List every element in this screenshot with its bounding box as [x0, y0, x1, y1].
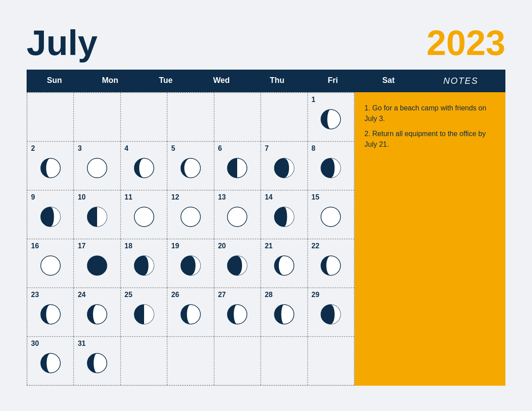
weekday-sun: Sun [27, 70, 82, 92]
moon-phase-icon [225, 203, 249, 231]
moon-phase-icon [132, 252, 156, 279]
day-number: 30 [31, 340, 39, 348]
moon-phase-icon [39, 349, 63, 377]
day-cell [27, 93, 74, 141]
day-cell: 27 [214, 288, 261, 337]
day-cell: 11 [121, 190, 167, 239]
day-number: 31 [78, 340, 86, 348]
day-cell [121, 93, 167, 141]
moon-phase-icon [319, 106, 343, 133]
day-cell: 4 [121, 141, 167, 190]
day-cell: 26 [167, 288, 214, 337]
weekday-fri: Fri [305, 70, 361, 92]
moon-phase-icon [85, 252, 109, 279]
svg-point-12 [227, 207, 247, 227]
day-number: 28 [265, 291, 273, 299]
moon-phase-icon [85, 203, 109, 231]
moon-phase-icon [179, 252, 203, 279]
day-cell: 10 [74, 190, 120, 239]
weekday-sat: Sat [360, 70, 416, 92]
weekday-mon: Mon [82, 70, 138, 92]
day-number: 10 [78, 193, 86, 201]
moon-phase-icon [39, 203, 63, 231]
day-number: 29 [312, 291, 320, 299]
moon-phase-icon [225, 252, 249, 279]
day-number: 4 [125, 145, 129, 153]
moon-phase-icon [272, 203, 296, 231]
svg-point-2 [87, 158, 107, 178]
day-cell [261, 337, 307, 385]
day-number: 8 [312, 145, 316, 153]
moon-phase-icon [272, 301, 296, 328]
day-cell: 13 [214, 190, 261, 239]
day-cell [167, 337, 214, 385]
svg-point-14 [321, 207, 340, 227]
day-cell [214, 93, 261, 141]
month-title: July [27, 25, 98, 61]
notes-content: 1. Go for a beach camp with friends on J… [364, 103, 496, 154]
day-cell: 28 [261, 288, 307, 337]
day-cell: 24 [74, 288, 120, 337]
moon-phase-icon [179, 203, 203, 231]
moon-phase-icon [225, 301, 249, 328]
svg-point-11 [181, 207, 200, 227]
notes-panel: 1. Go for a beach camp with friends on J… [355, 92, 505, 386]
day-cell: 19 [167, 239, 214, 288]
moon-phase-icon [85, 301, 109, 328]
day-number: 15 [312, 193, 320, 201]
day-cell: 30 [27, 337, 74, 385]
moon-phase-icon [179, 154, 203, 182]
moon-phase-icon [179, 301, 203, 328]
day-number: 18 [125, 242, 133, 250]
day-cell: 22 [308, 239, 354, 288]
note-2: 2. Return all equipment to the office by… [364, 129, 496, 150]
day-cell: 16 [27, 239, 74, 288]
day-number: 20 [218, 242, 226, 250]
day-number: 24 [78, 291, 86, 299]
day-cell: 9 [27, 190, 74, 239]
weekday-header: Sun Mon Tue Wed Thu Fri Sat NOTES [27, 70, 505, 92]
moon-phase-icon [272, 252, 296, 279]
day-number: 22 [312, 242, 320, 250]
day-cell: 6 [214, 141, 261, 190]
day-number: 13 [218, 193, 226, 201]
day-cell: 15 [308, 190, 354, 239]
day-cell: 8 [308, 141, 354, 190]
moon-phase-icon [85, 349, 109, 377]
moon-phase-icon [319, 252, 343, 279]
day-cell [308, 337, 354, 385]
day-cell [121, 337, 167, 385]
day-cell: 2 [27, 141, 74, 190]
day-cell: 21 [261, 239, 307, 288]
day-number: 25 [125, 291, 133, 299]
day-cell [214, 337, 261, 385]
day-number: 2 [31, 145, 35, 153]
moon-phase-icon [132, 301, 156, 328]
year-title: 2023 [426, 25, 505, 61]
day-number: 14 [265, 193, 273, 201]
day-number: 26 [171, 291, 179, 299]
calendar-container: July 2023 Sun Mon Tue Wed Thu Fri Sat NO… [13, 12, 519, 399]
day-number: 27 [218, 291, 226, 299]
note-1: 1. Go for a beach camp with friends on J… [364, 103, 496, 124]
day-cell: 23 [27, 288, 74, 337]
day-cell: 29 [308, 288, 354, 337]
day-number: 17 [78, 242, 86, 250]
day-cell [74, 93, 120, 141]
day-number: 3 [78, 145, 82, 153]
moon-phase-icon [319, 203, 343, 231]
day-number: 11 [125, 193, 133, 201]
day-number: 16 [31, 242, 39, 250]
day-cell [167, 93, 214, 141]
moon-phase-icon [132, 154, 156, 182]
day-cell [261, 93, 307, 141]
moon-phase-icon [225, 154, 249, 182]
calendar-header: July 2023 [27, 25, 505, 61]
weekday-tue: Tue [138, 70, 194, 92]
moon-phase-icon [39, 252, 63, 279]
moon-phase-icon [39, 301, 63, 328]
calendar-grid: 1 2 34 5 6 7 8 9 [27, 92, 355, 386]
day-number: 19 [171, 242, 179, 250]
day-number: 21 [265, 242, 273, 250]
day-number: 23 [31, 291, 39, 299]
